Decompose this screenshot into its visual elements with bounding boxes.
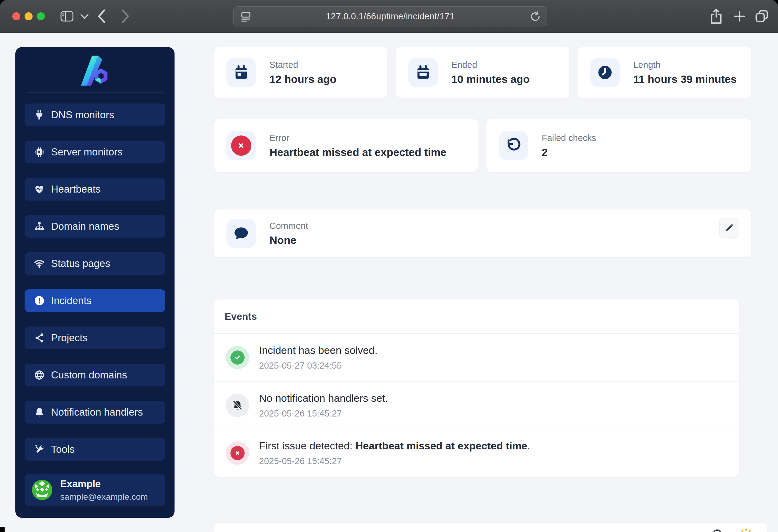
close-window-button[interactable] — [12, 12, 20, 20]
detail-label: Failed checks — [542, 133, 596, 143]
event-timestamp: 2025-05-26 15:45:27 — [259, 409, 388, 419]
ended-card: Ended 10 minutes ago — [396, 47, 569, 98]
sidebar-item-label: Notification handlers — [51, 407, 143, 418]
sidebar-item-label: Projects — [51, 332, 88, 344]
sidebar-item-label: Server monitors — [51, 146, 123, 158]
sidebar-item-dns-monitors[interactable]: DNS monitors — [24, 103, 165, 126]
globe-icon — [34, 369, 45, 380]
bell-slash-icon — [226, 394, 249, 417]
detail-value: 2 — [542, 146, 596, 159]
plug-icon — [34, 109, 45, 120]
edit-comment-button[interactable] — [719, 218, 739, 238]
account-name: Example — [60, 478, 148, 490]
sidebar-item-incidents[interactable]: Incidents — [24, 289, 165, 312]
zoom-window-button[interactable] — [37, 12, 45, 20]
event-text: First issue detected: Heartbeat missed a… — [259, 440, 530, 452]
account-menu[interactable]: Example sample@example.com — [24, 474, 165, 506]
check-circle-icon — [226, 346, 249, 369]
browser-toolbar: 127.0.0.1/66uptime/incident/171 — [0, 0, 778, 33]
avatar — [32, 480, 52, 500]
share-nodes-icon — [34, 332, 45, 343]
circle-xmark-icon — [226, 131, 256, 160]
wifi-icon — [34, 258, 45, 269]
events-card: Events Incident has been solved. 2025-05… — [214, 299, 739, 477]
comment-label: Comment — [269, 221, 308, 231]
sidebar-item-custom-domains[interactable]: Custom domains — [24, 364, 165, 386]
events-title: Events — [214, 299, 739, 334]
microchip-icon — [34, 147, 45, 158]
event-timestamp: 2025-05-26 15:45:27 — [259, 456, 530, 466]
app-logo — [79, 55, 111, 87]
event-row: Incident has been solved. 2025-05-27 03:… — [214, 334, 739, 382]
calendar-icon — [226, 58, 256, 87]
stat-label: Length — [633, 60, 737, 70]
sidebar-item-label: Status pages — [51, 258, 110, 269]
sidebar-item-notification-handlers[interactable]: Notification handlers — [24, 401, 165, 424]
sidebar-item-label: DNS monitors — [51, 109, 114, 121]
safari-window: 127.0.0.1/66uptime/incident/171 — [0, 0, 778, 532]
sidebar-item-label: Domain names — [51, 220, 119, 232]
event-timestamp: 2025-05-27 03:24:55 — [259, 361, 378, 371]
sidebar-toggle-icon[interactable] — [60, 10, 74, 22]
detail-label: Error — [269, 133, 447, 143]
clock-icon — [590, 58, 620, 87]
sidebar-item-heartbeats[interactable]: Heartbeats — [24, 178, 165, 200]
calendar-days-icon — [408, 58, 438, 87]
reader-icon[interactable] — [240, 11, 251, 22]
comment-icon — [226, 219, 256, 248]
sidebar: DNS monitors Server monitors He — [15, 47, 174, 518]
comment-card: Comment None — [214, 209, 751, 257]
error-card: Error Heartbeat missed at expected time — [214, 119, 478, 172]
address-bar[interactable]: 127.0.0.1/66uptime/incident/171 — [233, 6, 547, 26]
screwdriver-wrench-icon — [34, 444, 45, 455]
theme-sun-icon[interactable] — [739, 528, 753, 532]
account-email: sample@example.com — [60, 492, 148, 502]
stat-value: 10 minutes ago — [451, 73, 530, 85]
detail-value: Heartbeat missed at expected time — [269, 146, 447, 159]
new-tab-icon[interactable] — [734, 11, 745, 21]
sidebar-item-projects[interactable]: Projects — [24, 327, 165, 349]
sidebar-item-label: Tools — [51, 444, 75, 455]
comment-value: None — [269, 234, 308, 246]
heart-pulse-icon — [34, 184, 45, 195]
share-icon[interactable] — [710, 9, 722, 24]
event-text: Incident has been solved. — [259, 344, 378, 356]
event-text: No notification handlers set. — [259, 392, 388, 404]
stat-value: 12 hours ago — [269, 73, 336, 85]
failed-checks-card: Failed checks 2 — [486, 119, 751, 172]
sidebar-item-label: Heartbeats — [51, 183, 100, 195]
sitemap-icon — [34, 221, 45, 232]
sidebar-divider — [26, 92, 164, 93]
event-row: First issue detected: Heartbeat missed a… — [214, 429, 739, 477]
cursor-artifact — [0, 527, 5, 532]
tab-overview-icon[interactable] — [755, 10, 768, 23]
stat-label: Ended — [451, 60, 530, 70]
x-circle-icon — [226, 441, 249, 465]
page-body: DNS monitors Server monitors He — [0, 33, 778, 532]
sidebar-item-label: Incidents — [51, 295, 92, 306]
back-icon[interactable] — [98, 9, 106, 23]
reload-icon[interactable] — [530, 11, 541, 22]
sidebar-nav: DNS monitors Server monitors He — [24, 103, 165, 461]
search-icon[interactable] — [712, 528, 725, 532]
circle-exclamation-icon — [34, 295, 45, 306]
stat-value: 11 hours 39 minutes — [633, 73, 737, 85]
started-card: Started 12 hours ago — [214, 47, 387, 98]
bell-icon — [34, 407, 45, 418]
toolbar-divider — [77, 10, 77, 22]
sidebar-item-status-pages[interactable]: Status pages — [24, 252, 165, 275]
stat-label: Started — [269, 60, 336, 70]
rotate-left-icon — [499, 131, 528, 160]
pencil-icon — [724, 223, 734, 233]
sidebar-item-label: Custom domains — [51, 369, 127, 381]
sidebar-item-domain-names[interactable]: Domain names — [24, 215, 165, 238]
sidebar-item-tools[interactable]: Tools — [24, 438, 165, 461]
url-text: 127.0.0.1/66uptime/incident/171 — [326, 11, 455, 21]
chevron-down-icon[interactable] — [80, 14, 88, 19]
event-row: No notification handlers set. 2025-05-26… — [214, 382, 739, 430]
minimize-window-button[interactable] — [24, 12, 32, 20]
sidebar-item-server-monitors[interactable]: Server monitors — [24, 141, 165, 163]
forward-icon[interactable] — [122, 9, 129, 23]
length-card: Length 11 hours 39 minutes — [578, 47, 751, 98]
footer-bar — [214, 523, 767, 532]
